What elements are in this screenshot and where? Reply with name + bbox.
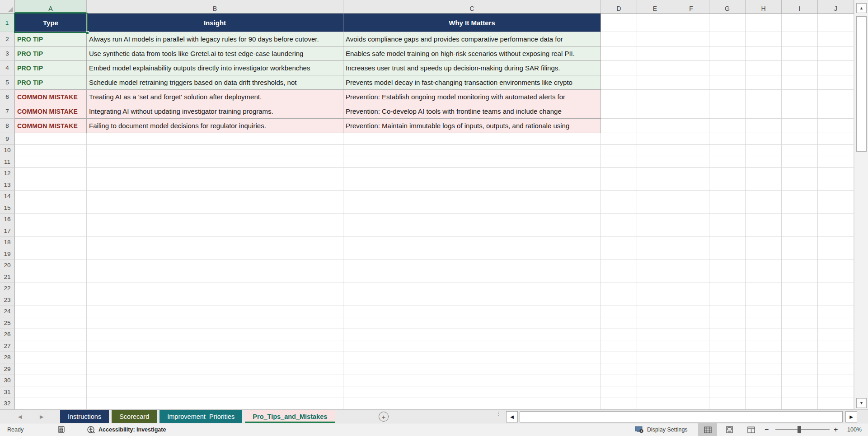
cell-F17[interactable] <box>673 225 709 237</box>
cell-H14[interactable] <box>746 191 782 203</box>
cell-G7[interactable] <box>709 104 746 119</box>
cell-A12[interactable] <box>15 168 87 180</box>
cell-I18[interactable] <box>782 237 818 249</box>
cell-I19[interactable] <box>782 248 818 260</box>
cell-D5[interactable] <box>601 75 637 90</box>
cell-G2[interactable] <box>709 32 746 46</box>
cell-C9[interactable] <box>343 133 601 145</box>
cell-D24[interactable] <box>601 306 637 318</box>
cell-J30[interactable] <box>818 375 854 387</box>
row-header-27[interactable]: 27 <box>0 340 15 352</box>
row-header-20[interactable]: 20 <box>0 260 15 272</box>
cell-E20[interactable] <box>637 260 673 272</box>
cell-F29[interactable] <box>673 363 709 375</box>
cell-D6[interactable] <box>601 90 637 104</box>
cell-B16[interactable] <box>87 214 343 226</box>
cell-I24[interactable] <box>782 306 818 318</box>
cell-I6[interactable] <box>782 90 818 104</box>
view-page-layout-icon[interactable] <box>720 423 739 436</box>
cell-I13[interactable] <box>782 179 818 191</box>
cell-I28[interactable] <box>782 352 818 364</box>
cell-B25[interactable] <box>87 317 343 329</box>
column-header-E[interactable]: E <box>637 0 673 13</box>
cell-A15[interactable] <box>15 202 87 214</box>
cell-H18[interactable] <box>746 237 782 249</box>
cell-C30[interactable] <box>343 375 601 387</box>
cell-A14[interactable] <box>15 191 87 203</box>
cell-B3[interactable]: Use synthetic data from tools like Grete… <box>87 46 343 61</box>
cell-C10[interactable] <box>343 145 601 157</box>
cell-I32[interactable] <box>782 398 818 410</box>
cell-H2[interactable] <box>746 32 782 46</box>
cell-J4[interactable] <box>818 61 854 75</box>
cell-D32[interactable] <box>601 398 637 410</box>
row-header-15[interactable]: 15 <box>0 202 15 214</box>
cell-E3[interactable] <box>637 46 673 61</box>
column-header-C[interactable]: C <box>343 0 601 13</box>
cell-E17[interactable] <box>637 225 673 237</box>
cell-B30[interactable] <box>87 375 343 387</box>
row-header-7[interactable]: 7 <box>0 104 15 119</box>
cell-F5[interactable] <box>673 75 709 90</box>
cell-F25[interactable] <box>673 317 709 329</box>
cell-A1[interactable]: Type <box>15 14 87 32</box>
cell-J11[interactable] <box>818 156 854 168</box>
cell-G25[interactable] <box>709 317 746 329</box>
row-header-32[interactable]: 32 <box>0 398 15 410</box>
cell-B9[interactable] <box>87 133 343 145</box>
row-header-19[interactable]: 19 <box>0 248 15 260</box>
cell-F11[interactable] <box>673 156 709 168</box>
cell-B24[interactable] <box>87 306 343 318</box>
cell-B29[interactable] <box>87 363 343 375</box>
cell-F2[interactable] <box>673 32 709 46</box>
cell-F28[interactable] <box>673 352 709 364</box>
cell-D13[interactable] <box>601 179 637 191</box>
cell-C23[interactable] <box>343 294 601 306</box>
cell-G31[interactable] <box>709 386 746 398</box>
cell-C4[interactable]: Increases user trust and speeds up decis… <box>343 61 601 75</box>
cell-C5[interactable]: Prevents model decay in fast-changing tr… <box>343 75 601 90</box>
cell-A28[interactable] <box>15 352 87 364</box>
cell-B17[interactable] <box>87 225 343 237</box>
vertical-scrollbar[interactable]: ▲ ▼ <box>854 0 868 409</box>
cell-C25[interactable] <box>343 317 601 329</box>
cell-E19[interactable] <box>637 248 673 260</box>
cell-D22[interactable] <box>601 283 637 295</box>
cell-G8[interactable] <box>709 119 746 133</box>
cell-J1[interactable] <box>818 14 854 32</box>
cell-I29[interactable] <box>782 363 818 375</box>
cell-I23[interactable] <box>782 294 818 306</box>
cell-C3[interactable]: Enables safe model training on high-risk… <box>343 46 601 61</box>
cell-G17[interactable] <box>709 225 746 237</box>
cell-D30[interactable] <box>601 375 637 387</box>
cell-G14[interactable] <box>709 191 746 203</box>
cell-J25[interactable] <box>818 317 854 329</box>
cell-D2[interactable] <box>601 32 637 46</box>
cell-I25[interactable] <box>782 317 818 329</box>
cell-E13[interactable] <box>637 179 673 191</box>
cell-J19[interactable] <box>818 248 854 260</box>
cell-F9[interactable] <box>673 133 709 145</box>
cell-I5[interactable] <box>782 75 818 90</box>
cell-B11[interactable] <box>87 156 343 168</box>
cell-I27[interactable] <box>782 340 818 352</box>
cell-I16[interactable] <box>782 214 818 226</box>
column-header-A[interactable]: A <box>15 0 87 13</box>
sheet-tab-scorecard[interactable]: Scorecard <box>112 410 157 423</box>
cell-A3[interactable]: PRO TIP <box>15 46 87 61</box>
cell-C12[interactable] <box>343 168 601 180</box>
column-header-D[interactable]: D <box>601 0 637 13</box>
view-normal-icon[interactable] <box>698 423 717 436</box>
cell-G13[interactable] <box>709 179 746 191</box>
cell-B15[interactable] <box>87 202 343 214</box>
cell-H6[interactable] <box>746 90 782 104</box>
cell-A19[interactable] <box>15 248 87 260</box>
cell-F30[interactable] <box>673 375 709 387</box>
cell-E9[interactable] <box>637 133 673 145</box>
add-sheet-icon[interactable]: + <box>379 412 389 422</box>
cell-B6[interactable]: Treating AI as a 'set and forget' soluti… <box>87 90 343 104</box>
cell-B7[interactable]: Integrating AI without updating investig… <box>87 104 343 119</box>
cell-J10[interactable] <box>818 145 854 157</box>
cell-J31[interactable] <box>818 386 854 398</box>
zoom-in-icon[interactable]: + <box>834 423 838 436</box>
